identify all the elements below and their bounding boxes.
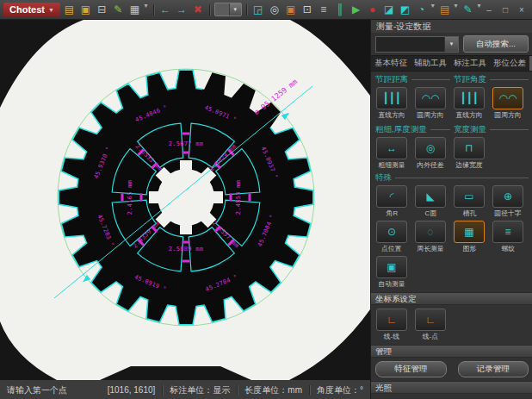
panel-tabs: 基本特征辅助工具标注工具形位公差应用工具 bbox=[371, 55, 532, 72]
auto-search-button[interactable]: 自动搜索... bbox=[463, 35, 529, 53]
tool-label: 自动测量 bbox=[378, 279, 405, 289]
maximize-button[interactable]: □ bbox=[500, 5, 510, 15]
tool-perimeter-measure[interactable]: ◌周长测量 bbox=[415, 221, 446, 254]
status-divider bbox=[237, 385, 238, 396]
slot-hole-icon: ▭ bbox=[454, 185, 485, 208]
tool-axis-line-point[interactable]: ∟线-点 bbox=[415, 309, 446, 342]
tool-pitch-angle-circular[interactable]: ◠◠圆周方向 bbox=[492, 87, 523, 121]
section-bar: 管理 bbox=[371, 345, 532, 358]
tool-label: 圆周方向 bbox=[417, 110, 443, 120]
tool-label: 直线方向 bbox=[455, 110, 482, 120]
chevron-down-icon[interactable]: ▼ bbox=[453, 3, 459, 17]
tool-point-position[interactable]: ⊙点位置 bbox=[376, 221, 407, 254]
tool-graphic[interactable]: ▦图形 bbox=[454, 221, 485, 254]
camera-viewport[interactable]: ⌀ 95.1259 mm45.0971 °45.4846 °45.9370 °4… bbox=[0, 20, 370, 379]
axis-line-line-icon: ∟ bbox=[376, 309, 407, 331]
layers-icon[interactable]: ▤ bbox=[437, 3, 452, 17]
column-view-icon[interactable]: ║ bbox=[332, 3, 347, 17]
tab-3[interactable]: 标注工具 bbox=[450, 56, 490, 71]
axis-line-point-icon: ∟ bbox=[415, 309, 446, 331]
delete-icon[interactable]: ✖ bbox=[190, 3, 205, 17]
main-toolbar: Chotest ▼ ▤▣⊟✎▦▼ ←→✖ ▼ ◲◎▣⊡≡║▶●◪◩◔▼▤▼✎▼ … bbox=[0, 0, 532, 20]
annotation-unit: 标注单位：显示 bbox=[170, 384, 230, 396]
monitor-icon[interactable]: ⊡ bbox=[300, 3, 314, 17]
spoke-width-label: 2.5089 mm bbox=[169, 246, 204, 252]
new-doc-icon[interactable]: ▤ bbox=[62, 3, 77, 17]
tool-axis-line-line[interactable]: ∟线-线 bbox=[376, 309, 407, 342]
chevron-down-icon[interactable]: ▼ bbox=[143, 3, 149, 17]
tool-thread[interactable]: ≡螺纹 bbox=[492, 221, 523, 254]
status-bar: 请输入第一个点 [1016, 1610] 标注单位：显示 长度单位：mm 角度单… bbox=[0, 379, 370, 399]
section-header: 宽度测量 bbox=[454, 124, 486, 135]
section-divider bbox=[411, 79, 450, 80]
graphic-icon: ▦ bbox=[454, 221, 485, 243]
chevron-down-icon[interactable]: ▼ bbox=[229, 3, 241, 16]
tool-thickness-measure[interactable]: ↔粗细测量 bbox=[376, 137, 407, 171]
tool-label: 点位置 bbox=[381, 244, 401, 253]
feature-manager-button[interactable]: 特征管理 bbox=[375, 361, 447, 377]
tool-circle-cross[interactable]: ⊕圆径十字 bbox=[492, 185, 523, 219]
feature-combobox-value bbox=[376, 37, 444, 52]
tool-c-face[interactable]: ◣C面 bbox=[415, 185, 446, 219]
cursor-coordinates: [1016, 1610] bbox=[108, 385, 156, 395]
close-button[interactable]: × bbox=[517, 5, 527, 15]
tool-pitch-angle-linear[interactable]: ┃┃┃直线方向 bbox=[454, 87, 485, 121]
length-unit: 长度单位：mm bbox=[244, 384, 302, 396]
list-view-icon[interactable]: ≡ bbox=[316, 3, 331, 17]
tool-label: 边缘宽度 bbox=[455, 160, 482, 170]
gear-measurement-view[interactable]: ⌀ 95.1259 mm45.0971 °45.4846 °45.9370 °4… bbox=[0, 20, 370, 380]
undo-icon[interactable]: ← bbox=[158, 3, 172, 17]
edge-width-icon: ⊓ bbox=[454, 137, 485, 159]
feature-combobox[interactable]: ▼ bbox=[375, 36, 459, 53]
tool-slot-hole[interactable]: ▭槽孔 bbox=[454, 185, 485, 219]
image-a-icon[interactable]: ◪ bbox=[381, 3, 396, 17]
record-manager-button[interactable]: 记录管理 bbox=[458, 361, 529, 377]
tab-1[interactable]: 基本特征 bbox=[371, 56, 411, 71]
crop-frame-icon[interactable]: ▣ bbox=[283, 3, 298, 17]
image-b-icon[interactable]: ◩ bbox=[398, 3, 412, 17]
tool-pitch-distance-linear[interactable]: ┃┃┃直线方向 bbox=[376, 87, 407, 121]
redo-icon[interactable]: → bbox=[174, 3, 189, 17]
tool-corner-r[interactable]: ◜角R bbox=[376, 185, 407, 219]
tool-groups: 节距距离节距角度┃┃┃直线方向◠◠圆周方向┃┃┃直线方向◠◠圆周方向粗细,厚度测… bbox=[375, 72, 529, 397]
history-icon[interactable]: ◔ bbox=[414, 3, 429, 17]
image-locate-icon[interactable]: ◲ bbox=[251, 3, 265, 17]
edit-icon[interactable]: ✎ bbox=[111, 3, 126, 17]
status-divider bbox=[309, 385, 310, 396]
tool-auto-measure[interactable]: ▣自动测量 bbox=[376, 256, 407, 290]
toolbar-combobox[interactable]: ▼ bbox=[214, 3, 242, 16]
thread-icon: ≡ bbox=[492, 221, 523, 243]
run-icon[interactable]: ▶ bbox=[349, 3, 363, 17]
spoke-width-label: 2.5677 mm bbox=[169, 140, 204, 147]
chevron-down-icon[interactable]: ▼ bbox=[476, 3, 482, 17]
thickness-measure-icon: ↔ bbox=[376, 137, 407, 159]
chevron-down-icon[interactable]: ▼ bbox=[430, 3, 436, 17]
record-icon[interactable]: ● bbox=[365, 3, 380, 17]
minimize-button[interactable]: – bbox=[484, 5, 494, 15]
pitch-distance-circular-icon: ◠◠ bbox=[415, 87, 446, 109]
status-hint: 请输入第一个点 bbox=[7, 384, 101, 396]
pen-tool-icon[interactable]: ✎ bbox=[461, 3, 475, 17]
tool-label: C面 bbox=[424, 209, 436, 218]
tab-4[interactable]: 形位公差 bbox=[490, 56, 529, 71]
tool-inner-outer-diameter[interactable]: ◎内外径差 bbox=[415, 137, 446, 171]
toolbar-divider bbox=[209, 4, 210, 16]
circle-cross-icon: ⊕ bbox=[492, 185, 523, 208]
spoke-width-label: 2.4553 mm bbox=[235, 180, 242, 215]
tool-edge-width[interactable]: ⊓边缘宽度 bbox=[454, 137, 485, 171]
magnifier-icon[interactable]: ◎ bbox=[267, 3, 281, 17]
panel-title: 测量-设定数据 bbox=[371, 20, 532, 33]
pitch-distance-linear-icon: ┃┃┃ bbox=[376, 87, 407, 109]
app-menu-button[interactable]: Chotest ▼ bbox=[3, 3, 60, 17]
pitch-angle-linear-icon: ┃┃┃ bbox=[454, 87, 485, 109]
screen-capture-icon[interactable]: ⊟ bbox=[95, 3, 109, 17]
save-icon[interactable]: ▦ bbox=[127, 3, 142, 17]
section-divider bbox=[430, 129, 450, 130]
tool-pitch-distance-circular[interactable]: ◠◠圆周方向 bbox=[415, 87, 446, 121]
auto-measure-icon: ▣ bbox=[376, 256, 407, 278]
tab-2[interactable]: 辅助工具 bbox=[411, 56, 450, 71]
toolbar-divider bbox=[153, 4, 154, 16]
section-bar: 坐标系设定 bbox=[371, 292, 532, 305]
chevron-down-icon[interactable]: ▼ bbox=[444, 37, 458, 52]
open-folder-icon[interactable]: ▣ bbox=[78, 3, 93, 17]
